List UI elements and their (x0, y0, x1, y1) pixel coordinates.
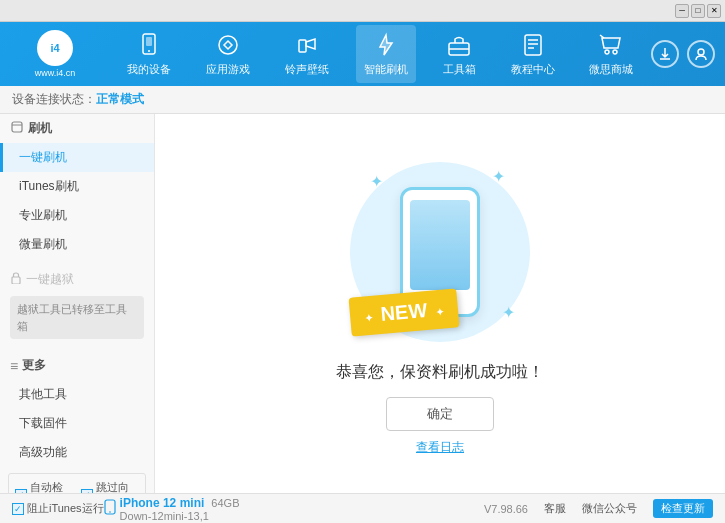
version-text: V7.98.66 (484, 503, 528, 515)
confirm-button[interactable]: 确定 (386, 397, 494, 431)
pro-flash-label: 专业刷机 (19, 208, 67, 222)
itunes-checkbox[interactable]: ✓ 阻止iTunes运行 (12, 501, 104, 516)
phone-screen (410, 200, 470, 290)
user-button[interactable] (687, 40, 715, 68)
auto-detect-label: 自动检测 (30, 480, 73, 493)
nav-my-device[interactable]: 我的设备 (119, 25, 179, 83)
success-text: 恭喜您，保资料刷机成功啦！ (336, 362, 544, 383)
status-label: 设备连接状态： (12, 91, 96, 108)
title-bar: ─ □ ✕ (0, 0, 725, 22)
nav-toolbox[interactable]: 工具箱 (435, 25, 484, 83)
nav-app-games[interactable]: 应用游戏 (198, 25, 258, 83)
nav-ringtones[interactable]: 铃声壁纸 (277, 25, 337, 83)
close-button[interactable]: ✕ (707, 4, 721, 18)
nav-ringtones-label: 铃声壁纸 (285, 62, 329, 77)
sidebar-item-save-flash[interactable]: 微量刷机 (0, 230, 154, 259)
flash-section-icon (10, 120, 24, 137)
my-device-icon (135, 31, 163, 59)
sparkle-1: ✦ (370, 172, 383, 191)
device-firmware: Down-12mini-13,1 (120, 510, 240, 522)
nav-smart-flash[interactable]: 智能刷机 (356, 25, 416, 83)
auto-detect-check-icon: ✓ (15, 489, 27, 493)
wechat-official-link[interactable]: 微信公众号 (582, 501, 637, 516)
minimize-button[interactable]: ─ (675, 4, 689, 18)
main-content: 刷机 一键刷机 iTunes刷机 专业刷机 微量刷机 一键越狱 越狱工具已转移至… (0, 114, 725, 493)
device-phone-icon (104, 499, 116, 518)
nav-smart-flash-label: 智能刷机 (364, 62, 408, 77)
check-update-button[interactable]: 检查更新 (653, 499, 713, 518)
tutorial-icon (519, 31, 547, 59)
other-tools-label: 其他工具 (19, 387, 67, 401)
download-button[interactable] (651, 40, 679, 68)
device-details: iPhone 12 mini 64GB Down-12mini-13,1 (120, 496, 240, 522)
svg-rect-4 (299, 40, 306, 52)
itunes-checkbox-label: 阻止iTunes运行 (27, 501, 104, 516)
advanced-label: 高级功能 (19, 445, 67, 459)
customer-service-link[interactable]: 客服 (544, 501, 566, 516)
bottom-right: V7.98.66 客服 微信公众号 检查更新 (484, 499, 713, 518)
sidebar-item-itunes-flash[interactable]: iTunes刷机 (0, 172, 154, 201)
more-section-icon: ≡ (10, 358, 18, 374)
maximize-button[interactable]: □ (691, 4, 705, 18)
one-click-flash-label: 一键刷机 (19, 150, 67, 164)
sidebar: 刷机 一键刷机 iTunes刷机 专业刷机 微量刷机 一键越狱 越狱工具已转移至… (0, 114, 155, 493)
toolbox-icon (445, 31, 473, 59)
new-badge-text: NEW (380, 299, 428, 325)
sidebar-item-pro-flash[interactable]: 专业刷机 (0, 201, 154, 230)
status-value: 正常模式 (96, 91, 144, 108)
sidebar-item-download-firmware[interactable]: 下载固件 (0, 409, 154, 438)
nav-right-buttons (651, 40, 715, 68)
svg-point-3 (219, 36, 237, 54)
bottom-left: ✓ 阻止iTunes运行 (12, 501, 104, 516)
sidebar-section-flash: 刷机 (0, 114, 154, 143)
skip-wizard-check-icon: ✓ (81, 489, 93, 493)
svg-point-14 (698, 49, 704, 55)
phone-illustration: ✦ ✦ ✦ NEW (340, 152, 540, 352)
top-nav: i4 www.i4.cn 我的设备 应用游戏 (0, 22, 725, 86)
logo-icon: i4 (37, 30, 73, 66)
svg-point-19 (109, 511, 111, 513)
skip-wizard-label: 跳过向导 (96, 480, 139, 493)
device-name: iPhone 12 mini (120, 496, 205, 510)
itunes-check-icon: ✓ (12, 503, 24, 515)
status-bar: 设备连接状态： 正常模式 (0, 86, 725, 114)
smart-flash-icon (372, 31, 400, 59)
nav-toolbox-label: 工具箱 (443, 62, 476, 77)
sidebar-item-advanced[interactable]: 高级功能 (0, 438, 154, 467)
sidebar-section-more: ≡ 更多 (0, 351, 154, 380)
success-content: ✦ ✦ ✦ NEW 恭喜您，保资料刷机成功啦！ 确定 查看日志 (336, 152, 544, 456)
more-section-label: 更多 (22, 357, 46, 374)
sparkle-3: ✦ (502, 303, 515, 322)
sidebar-item-one-click-flash[interactable]: 一键刷机 (0, 143, 154, 172)
jailbreak-section-label: 一键越狱 (26, 271, 74, 288)
auto-detect-checkbox[interactable]: ✓ 自动检测 (15, 480, 73, 493)
skip-wizard-checkbox[interactable]: ✓ 跳过向导 (81, 480, 139, 493)
window-controls[interactable]: ─ □ ✕ (675, 4, 721, 18)
app-games-icon (214, 31, 242, 59)
itunes-flash-label: iTunes刷机 (19, 179, 79, 193)
device-storage: 64GB (211, 497, 239, 509)
svg-point-11 (605, 50, 609, 54)
bottom-bar: ✓ 阻止iTunes运行 iPhone 12 mini 64GB Down-12… (0, 493, 725, 523)
flash-section-label: 刷机 (28, 120, 52, 137)
svg-rect-7 (525, 35, 541, 55)
svg-rect-17 (12, 277, 20, 284)
device-info-area: iPhone 12 mini 64GB Down-12mini-13,1 (104, 496, 240, 522)
main-area: ✦ ✦ ✦ NEW 恭喜您，保资料刷机成功啦！ 确定 查看日志 (155, 114, 725, 493)
svg-point-12 (613, 50, 617, 54)
svg-point-1 (148, 50, 150, 52)
sidebar-section-jailbreak: 一键越狱 (0, 267, 154, 292)
logo-text: www.i4.cn (35, 68, 76, 78)
ringtones-icon (293, 31, 321, 59)
download-firmware-label: 下载固件 (19, 416, 67, 430)
nav-items: 我的设备 应用游戏 铃声壁纸 (110, 25, 651, 83)
nav-tutorial-label: 教程中心 (511, 62, 555, 77)
view-log-link[interactable]: 查看日志 (416, 439, 464, 456)
nav-tutorial[interactable]: 教程中心 (503, 25, 563, 83)
nav-weibo-shop-label: 微思商城 (589, 62, 633, 77)
svg-rect-15 (12, 122, 22, 132)
nav-weibo-shop[interactable]: 微思商城 (581, 25, 641, 83)
nav-my-device-label: 我的设备 (127, 62, 171, 77)
sidebar-item-other-tools[interactable]: 其他工具 (0, 380, 154, 409)
weibo-shop-icon (597, 31, 625, 59)
